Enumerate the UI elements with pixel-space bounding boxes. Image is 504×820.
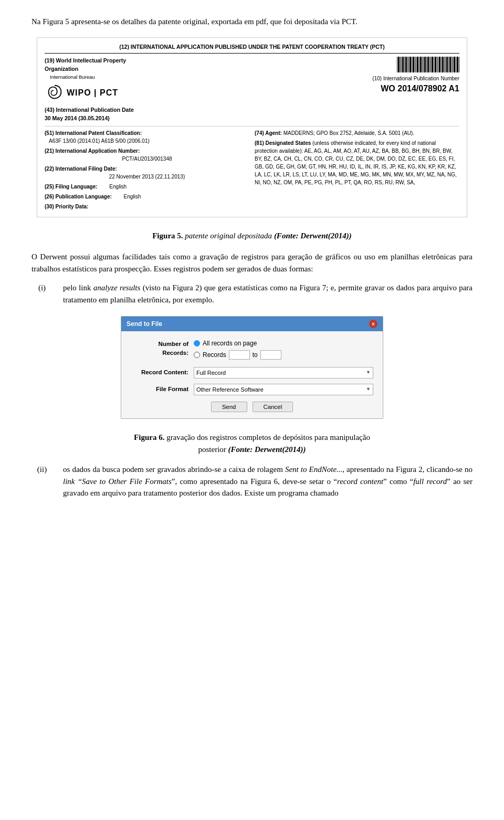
figura6-caption2: posterior: [198, 445, 228, 454]
patent-middle-section: (51) International Patent Classification…: [45, 126, 459, 213]
intro-text: Na Figura 5 apresenta-se os detalhes da …: [32, 17, 358, 26]
figura6-fonte: (Fonte: Derwent(2014)): [228, 445, 306, 454]
patent-filinglang-field: (25) Filing Language: English: [45, 183, 249, 191]
body-paragraph-derwent: O Derwent possui algumas facilidades tai…: [32, 251, 472, 275]
cancel-button[interactable]: Cancel: [253, 402, 293, 412]
dialog-record-content-select[interactable]: Full Record ▼: [194, 367, 373, 379]
dialog-title: Send to File: [127, 319, 162, 329]
patent-col-right: (74) Agent: MADDERNS; GPO Box 2752, Adel…: [255, 129, 459, 213]
patent-filinglang-value: English: [109, 184, 127, 190]
file-format-dropdown[interactable]: Other Reference Software ▼: [194, 384, 373, 395]
patent-designated-field: (81) Designated States (unless otherwise…: [255, 139, 459, 186]
patent-header: (12) INTERNATIONAL APPLICATION PUBLISHED…: [45, 43, 459, 54]
all-records-radio-row[interactable]: All records on page: [194, 339, 373, 348]
figura5-title: patente original depositada (Fonte: Derw…: [185, 232, 351, 240]
patent-figure-box: (12) INTERNATIONAL APPLICATION PUBLISHED…: [37, 37, 467, 217]
patent-filingdate-value: 22 November 2013 (22.11.2013): [45, 173, 249, 181]
patent-priority-field: (30) Priority Data:: [45, 203, 249, 211]
figura5-caption: Figura 5. patente original depositada (F…: [32, 230, 472, 242]
records-radio[interactable]: [194, 352, 200, 358]
patent-top-row: (19) World Intellectual Property Organiz…: [45, 57, 459, 122]
patent-col-left: (51) International Patent Classification…: [45, 129, 249, 213]
barcode-lines: [397, 57, 459, 72]
records-range-row[interactable]: Records to: [194, 350, 373, 360]
patent-filingdate-label: (22) International Filing Date:: [45, 166, 117, 172]
list-item-i: (i) pelo link analyze results (visto na …: [32, 282, 472, 306]
records-to-label: to: [253, 350, 258, 360]
patent-filinglang-label: (25) Filing Language:: [45, 184, 98, 190]
patent-barcode-col: (10) International Publication Number WO…: [365, 57, 459, 95]
wipo-brand-text: WIPO | PCT: [67, 87, 118, 99]
list-ii-text2: , apresentado na Figura 2, clicando-se n…: [342, 465, 472, 474]
wipo-brand-row: WIPO | PCT: [45, 83, 150, 103]
patent-org-sub: International Bureau: [50, 73, 150, 81]
figura6-label: Figura 6.: [134, 433, 164, 441]
list-ii-text1: os dados da busca podem ser gravados abr…: [63, 465, 285, 474]
dialog-record-content-row: Record Content: Full Record ▼: [131, 367, 373, 379]
dialog-buttons: Send Cancel: [131, 402, 373, 412]
list-label-ii: (ii): [32, 464, 52, 499]
list-ii-linkword: link: [63, 477, 75, 486]
list-ii-text5: como: [387, 477, 410, 486]
intro-paragraph: Na Figura 5 apresenta-se os detalhes da …: [32, 16, 472, 28]
dialog-body: Number of Records: All records on page R…: [121, 331, 383, 418]
patent-agent-label: (74) Agent:: [255, 130, 282, 136]
patent-priority-label: (30) Priority Data:: [45, 204, 88, 209]
patent-ipc-label: (51) International Patent Classification…: [45, 130, 142, 136]
patent-publang-field: (26) Publication Language: English: [45, 193, 249, 201]
patent-filingdate-field: (22) International Filing Date: 22 Novem…: [45, 165, 249, 181]
patent-designated-value: (unless otherwise indicated, for every k…: [255, 140, 457, 185]
figura6-caption1: gravação dos registros completos de depó…: [164, 433, 370, 441]
send-button[interactable]: Send: [211, 402, 247, 412]
patent-designated-label: (81) Designated States: [255, 140, 311, 146]
list-ii-link3: Other File Formats: [108, 477, 171, 486]
patent-appnum-value: PCT/AU2013/001348: [45, 155, 249, 163]
list-item-ii: (ii) os dados da busca podem ser gravado…: [32, 464, 472, 499]
patent-publang-label: (26) Publication Language:: [45, 194, 112, 199]
record-content-value: Full Record: [196, 369, 226, 377]
patent-pub-date: 30 May 2014 (30.05.2014): [45, 114, 150, 123]
dialog-title-bar: Send to File ×: [121, 317, 383, 331]
patent-pub-date-label: (43) International Publication Date 30 M…: [45, 106, 150, 123]
dialog-file-format-select[interactable]: Other Reference Software ▼: [194, 384, 373, 395]
patent-org-label: (19) World Intellectual Property Organiz…: [45, 57, 150, 73]
records-to-input[interactable]: [260, 350, 281, 360]
dialog-record-content-label: Record Content:: [131, 367, 188, 377]
patent-pub-num-value: WO 2014/078902 A1: [372, 82, 459, 95]
send-to-file-dialog: Send to File × Number of Records: All re…: [121, 316, 383, 419]
list-ii-link2: Save to: [82, 477, 106, 486]
list-label-i: (i): [32, 282, 52, 306]
dialog-file-format-row: File Format Other Reference Software ▼: [131, 384, 373, 395]
patent-appnum-label: (21) International Application Number:: [45, 148, 140, 154]
wipo-spiral-icon: [45, 83, 65, 103]
patent-agent-field: (74) Agent: MADDERNS; GPO Box 2752, Adel…: [255, 129, 459, 137]
patent-ipc-field: (51) International Patent Classification…: [45, 129, 249, 145]
dropdown-arrow-icon: ▼: [366, 369, 371, 376]
dialog-close-button[interactable]: ×: [369, 320, 377, 328]
list-ii-italic1: record content: [337, 477, 383, 486]
list-content-i: pelo link analyze results (visto na Figu…: [63, 282, 472, 306]
all-records-label: All records on page: [203, 339, 257, 348]
patent-appnum-field: (21) International Application Number: P…: [45, 147, 249, 163]
figura5-label: Figura 5.: [152, 232, 183, 240]
dialog-file-format-label: File Format: [131, 384, 188, 394]
file-format-value: Other Reference Software: [196, 385, 264, 394]
records-label: Records: [203, 350, 226, 360]
patent-pub-num: (10) International Publication Number WO…: [372, 75, 459, 95]
list-ii-italic2: full record: [413, 477, 447, 486]
dialog-num-records-row: Number of Records: All records on page R…: [131, 339, 373, 362]
list-i-text1: pelo link: [63, 283, 93, 292]
all-records-radio[interactable]: [194, 340, 200, 346]
list-i-link: analyze results: [93, 283, 141, 292]
patent-pub-num-label: (10) International Publication Number: [372, 75, 459, 82]
patent-ipc-value: A63F 13/00 (2014.01) A61B 5/00 (2006.01): [49, 137, 249, 145]
dialog-num-records-label: Number of Records:: [131, 339, 188, 358]
record-content-dropdown[interactable]: Full Record ▼: [194, 367, 373, 379]
records-from-input[interactable]: [229, 350, 250, 360]
list-ii-link1: Sent to EndNote...: [285, 465, 342, 474]
figura6-caption: Figura 6. gravação dos registros complet…: [32, 432, 472, 455]
list-ii-text4: , como apresentado na Figura 6, deve-se …: [175, 477, 334, 486]
patent-publang-value: English: [124, 194, 141, 199]
patent-agent-value: MADDERNS; GPO Box 2752, Adelaide, S.A. 5…: [284, 130, 415, 136]
dialog-num-records-content: All records on page Records to: [194, 339, 373, 362]
